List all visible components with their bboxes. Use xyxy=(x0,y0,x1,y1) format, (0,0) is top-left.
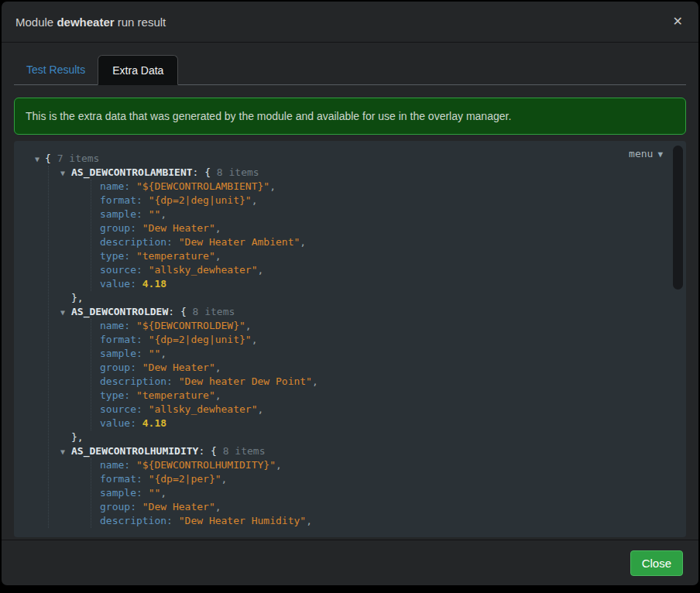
json-open-brace: : { xyxy=(168,306,192,317)
json-items-count: 8 items xyxy=(223,445,266,457)
tab-test-results[interactable]: Test Results xyxy=(14,55,98,84)
json-comma: , xyxy=(215,250,221,262)
json-root-children: ▼AS_DEWCONTROLAMBIENT: { 8 itemsname: "$… xyxy=(48,166,671,528)
json-object-key: AS_DEWCONTROLDEW xyxy=(71,306,168,317)
json-comma: , xyxy=(160,208,166,220)
json-comma: , xyxy=(306,515,312,526)
json-string-value: "${DEWCONTROLHUMIDITY}" xyxy=(136,459,276,471)
json-string-value: "allsky_dewheater" xyxy=(149,264,258,276)
json-comma: , xyxy=(160,348,166,359)
json-open-brace: { xyxy=(45,153,57,164)
json-field-line: description: "Dew Heater Humidity", xyxy=(91,514,671,528)
json-field-line: name: "${DEWCONTROLHUMIDITY}", xyxy=(91,458,671,472)
json-comma: , xyxy=(215,389,221,401)
json-field-line: group: "Dew Heater", xyxy=(91,221,671,235)
collapse-caret-icon[interactable]: ▼ xyxy=(60,166,65,180)
json-field-line: format: "{dp=2|per}", xyxy=(91,472,671,486)
json-string-value: "Dew Heater Humidity" xyxy=(179,515,306,526)
tab-extra-data[interactable]: Extra Data xyxy=(98,55,178,85)
json-field-key: type: xyxy=(100,389,136,401)
json-number-value: 4.18 xyxy=(142,417,166,429)
json-field-key: name: xyxy=(100,320,136,331)
json-field-line: format: "{dp=2|deg|unit}", xyxy=(91,333,671,347)
json-field-key: source: xyxy=(100,264,149,276)
json-closing-brace-line: }, xyxy=(49,291,671,305)
info-alert-text: This is the extra data that was generate… xyxy=(26,110,511,122)
json-field-key: sample: xyxy=(100,348,149,359)
info-alert: This is the extra data that was generate… xyxy=(14,98,686,135)
json-close-brace: }, xyxy=(71,431,84,443)
dialog-title: Module dewheater run result xyxy=(15,15,166,29)
json-field-key: format: xyxy=(100,194,149,206)
collapse-caret-icon[interactable]: ▼ xyxy=(35,153,39,166)
json-field-key: sample: xyxy=(100,208,149,220)
json-string-value: "${DEWCONTROLDEW}" xyxy=(136,320,245,331)
json-root-line: ▼{ 7 items xyxy=(14,152,671,166)
json-field-line: name: "${DEWCONTROLDEW}", xyxy=(91,319,671,333)
json-string-value: "" xyxy=(149,348,161,359)
json-string-value: "Dew Heater" xyxy=(142,222,215,234)
json-items-count: 8 items xyxy=(193,306,235,317)
json-comma: , xyxy=(300,236,306,248)
collapse-caret-icon[interactable]: ▼ xyxy=(60,306,65,320)
json-field-line: source: "allsky_dewheater", xyxy=(91,403,671,416)
json-comma: , xyxy=(252,194,258,206)
json-field-line: value: 4.18 xyxy=(91,277,671,291)
json-close-brace: }, xyxy=(71,292,84,303)
close-icon[interactable]: ✕ xyxy=(673,15,683,28)
json-comma: , xyxy=(160,487,166,499)
json-field-key: format: xyxy=(100,334,149,345)
json-field-key: group: xyxy=(100,501,142,512)
json-field-line: sample: "", xyxy=(91,486,671,500)
json-field-line: type: "temperature", xyxy=(91,389,671,403)
json-string-value: "{dp=2|deg|unit}" xyxy=(149,194,252,206)
collapse-caret-icon[interactable]: ▼ xyxy=(60,445,65,459)
json-field-line: sample: "", xyxy=(91,347,671,361)
json-field-key: group: xyxy=(100,222,142,234)
dialog-title-prefix: Module xyxy=(15,15,57,29)
json-string-value: "{dp=2|deg|unit}" xyxy=(149,334,252,345)
json-object-line: ▼AS_DEWCONTROLAMBIENT: { 8 items xyxy=(49,166,671,180)
json-comma: , xyxy=(215,501,221,512)
tab-bar: Test Results Extra Data xyxy=(14,55,686,85)
json-items-count: 8 items xyxy=(217,166,259,178)
json-field-line: description: "Dew heater Dew Point", xyxy=(91,375,671,389)
json-field-line: group: "Dew Heater", xyxy=(91,500,671,514)
json-field-line: name: "${DEWCONTROLAMBIENT}", xyxy=(91,180,671,194)
json-field-line: group: "Dew Heater", xyxy=(91,361,671,375)
json-string-value: "" xyxy=(149,208,161,220)
module-run-result-dialog: Module dewheater run result ✕ Test Resul… xyxy=(2,2,698,585)
dialog-title-module-name: dewheater xyxy=(57,15,114,29)
json-field-key: source: xyxy=(100,403,149,415)
json-comma: , xyxy=(258,403,264,415)
json-open-brace: : { xyxy=(193,166,217,178)
json-field-line: description: "Dew Heater Ambient", xyxy=(91,235,671,249)
json-field-line: sample: "", xyxy=(91,207,671,221)
dialog-header: Module dewheater run result ✕ xyxy=(2,2,698,43)
json-object-line: ▼AS_DEWCONTROLHUMIDITY: { 8 items xyxy=(49,444,671,458)
modal-backdrop: Module dewheater run result ✕ Test Resul… xyxy=(0,0,700,593)
json-object-line: ▼AS_DEWCONTROLDEW: { 8 items xyxy=(49,305,671,319)
json-field-key: sample: xyxy=(100,487,149,499)
json-field-key: description: xyxy=(100,236,179,248)
json-object-fields: name: "${DEWCONTROLAMBIENT}",format: "{d… xyxy=(91,180,671,291)
json-comma: , xyxy=(258,264,264,276)
json-string-value: "temperature" xyxy=(136,250,215,262)
json-comma: , xyxy=(312,375,318,387)
json-object-key: AS_DEWCONTROLHUMIDITY xyxy=(71,445,198,457)
json-comma: , xyxy=(269,180,276,192)
json-comma: , xyxy=(276,459,282,471)
json-field-line: format: "{dp=2|deg|unit}", xyxy=(91,194,671,207)
json-field-key: value: xyxy=(100,417,142,429)
json-field-key: name: xyxy=(100,459,136,471)
dialog-title-suffix: run result xyxy=(115,15,166,29)
scrollbar-thumb[interactable] xyxy=(673,146,683,290)
json-comma: , xyxy=(221,473,228,485)
json-number-value: 4.18 xyxy=(142,278,166,290)
close-button[interactable]: Close xyxy=(630,550,683,576)
json-comma: , xyxy=(215,222,221,234)
json-field-key: description: xyxy=(100,515,179,526)
json-object-key: AS_DEWCONTROLAMBIENT xyxy=(71,166,193,178)
json-tree: ▼{ 7 items▼AS_DEWCONTROLAMBIENT: { 8 ite… xyxy=(14,152,671,528)
json-field-key: description: xyxy=(100,375,179,387)
